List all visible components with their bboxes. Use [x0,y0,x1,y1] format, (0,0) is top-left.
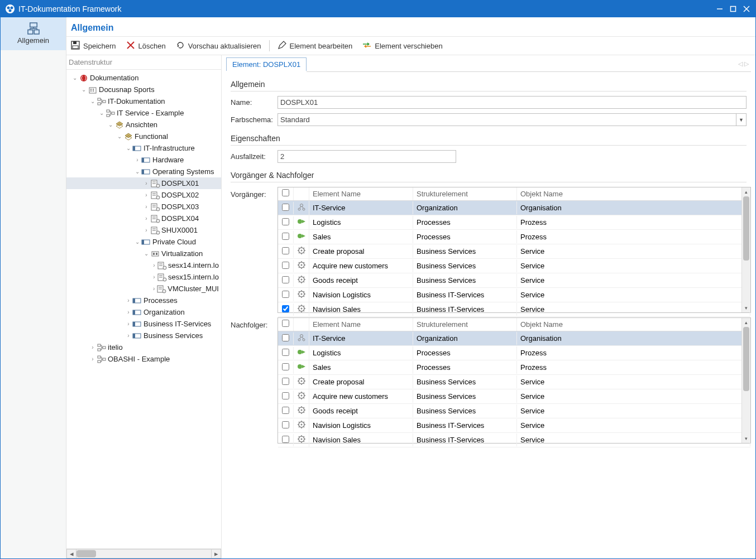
tab-nav-arrows[interactable]: ◁ ▷ [736,56,751,72]
scroll-right-button[interactable]: ▸ [211,549,221,558]
collapse-icon[interactable]: ⌄ [133,239,141,245]
scroll-thumb[interactable] [76,550,96,557]
row-checkbox[interactable] [278,202,294,214]
row-checkbox[interactable] [278,434,294,446]
expand-icon[interactable]: › [125,297,132,303]
row-checkbox[interactable] [278,274,294,287]
table-row[interactable]: Navision SalesBusiness IT-ServicesServic… [278,302,750,317]
table-row[interactable]: Create proposalBusiness ServicesService [278,244,750,259]
tree-node[interactable]: ›VMCluster_MUI [66,283,221,295]
expand-icon[interactable]: › [142,192,150,198]
header-strukturelement[interactable]: Strukturelement [413,187,517,200]
colorscheme-select[interactable]: Standard ▼ [277,113,747,126]
tree-node[interactable]: ›Processes [66,295,221,306]
header-checkbox[interactable] [278,187,294,200]
expand-icon[interactable]: › [89,344,97,350]
header-element-name[interactable]: Element Name [309,318,413,331]
tree-node[interactable]: ⌄Dokumentation [66,72,221,84]
table-row[interactable]: Goods receiptBusiness ServicesService [278,404,750,418]
row-checkbox[interactable] [278,260,294,272]
collapse-icon[interactable]: ⌄ [71,75,79,81]
maximize-button[interactable] [726,3,740,15]
refresh-preview-button[interactable]: Vorschau aktualisieren [176,41,261,51]
table-row[interactable]: LogisticsProcessesProzess [278,346,750,360]
header-objekt-name[interactable]: Objekt Name [517,187,750,200]
grid-vscrollbar[interactable]: ▴▾ [741,318,750,443]
row-checkbox[interactable] [278,347,294,359]
expand-icon[interactable]: › [133,157,141,163]
delete-button[interactable]: Löschen [126,41,166,51]
row-checkbox[interactable] [278,405,294,417]
row-checkbox[interactable] [278,216,294,229]
tree-node[interactable]: ›DOSPLX01 [66,177,221,189]
table-row[interactable]: Navision LogisticsBusiness IT-ServicesSe… [278,418,750,433]
header-objekt-name[interactable]: Objekt Name [517,318,750,331]
name-input[interactable] [277,96,747,109]
tree-node[interactable]: ⌄Operating Systems [66,166,221,177]
tree-node[interactable]: ⌄Private Cloud [66,236,221,248]
table-row[interactable]: Acquire new customersBusiness ServicesSe… [278,259,750,273]
table-row[interactable]: SalesProcessesProzess [278,360,750,375]
expand-icon[interactable]: › [89,356,97,362]
row-checkbox[interactable] [278,332,294,345]
tree[interactable]: ⌄Dokumentation⌄Docusnap Sports⌄IT-Dokume… [66,70,221,548]
expand-icon[interactable]: › [125,309,132,315]
table-row[interactable]: IT-ServiceOrganizationOrganisation [278,201,750,215]
table-row[interactable]: Navision SalesBusiness IT-ServicesServic… [278,433,750,447]
tree-node[interactable]: ›DOSPLX04 [66,213,221,224]
table-row[interactable]: SalesProcessesProzess [278,230,750,244]
expand-icon[interactable]: › [125,332,132,339]
tree-node[interactable]: ›itelio [66,341,221,353]
tree-node[interactable]: ⌄Ansichten [66,119,221,131]
tree-node[interactable]: ›sesx14.intern.lo [66,259,221,271]
tree-node[interactable]: ›Business IT-Services [66,318,221,330]
move-element-button[interactable]: Element verschieben [362,41,442,51]
tree-node[interactable]: ⌄Docusnap Sports [66,84,221,95]
row-checkbox[interactable] [278,245,294,258]
tree-node[interactable]: ›sesx15.intern.lo [66,271,221,283]
scroll-track[interactable] [76,549,211,558]
table-row[interactable]: LogisticsProcessesProzess [278,215,750,230]
collapse-icon[interactable]: ⌄ [133,168,141,175]
collapse-icon[interactable]: ⌄ [142,250,150,257]
table-row[interactable]: Navision LogisticsBusiness IT-ServicesSe… [278,288,750,302]
tree-node[interactable]: ⌄IT-Infrastructure [66,142,221,154]
row-checkbox[interactable] [278,376,294,388]
row-checkbox[interactable] [278,303,294,316]
table-row[interactable]: Create proposalBusiness ServicesService [278,375,750,389]
expand-icon[interactable]: › [142,227,150,233]
tree-node[interactable]: ›Organization [66,306,221,318]
tree-node[interactable]: ›DOSPLX03 [66,201,221,213]
expand-icon[interactable]: › [142,180,150,186]
expand-icon[interactable]: › [151,274,157,280]
tree-node[interactable]: ⌄IT-Dokumentation [66,95,221,107]
row-checkbox[interactable] [278,420,294,432]
expand-icon[interactable]: › [142,215,150,221]
header-strukturelement[interactable]: Strukturelement [413,318,517,331]
expand-icon[interactable]: › [151,262,157,268]
row-checkbox[interactable] [278,391,294,403]
row-checkbox[interactable] [278,289,294,301]
expand-icon[interactable]: › [142,204,150,210]
tree-node[interactable]: ⌄Functional [66,131,221,142]
expand-icon[interactable]: › [125,321,132,327]
save-button[interactable]: Speichern [71,41,116,51]
tree-node[interactable]: ⌄IT Service - Example [66,107,221,119]
tree-node[interactable]: ›SHUX0001 [66,224,221,236]
collapse-icon[interactable]: ⌄ [107,122,114,128]
tree-node[interactable]: ›DOSPLX02 [66,189,221,201]
tree-node[interactable]: ›Hardware [66,154,221,166]
nav-tab-allgemein[interactable]: Allgemein [1,17,66,50]
row-checkbox[interactable] [278,362,294,374]
expand-icon[interactable]: › [151,286,156,292]
grid-vscrollbar[interactable]: ▴▾ [741,187,750,312]
minimize-button[interactable] [713,3,726,15]
collapse-icon[interactable]: ⌄ [98,110,106,116]
row-checkbox[interactable] [278,231,294,243]
table-row[interactable]: IT-ServiceOrganizationOrganisation [278,331,750,346]
table-row[interactable]: Acquire new customersBusiness ServicesSe… [278,389,750,404]
tree-node[interactable]: ›Business Services [66,330,221,341]
ausfallzeit-input[interactable] [277,150,456,163]
tree-hscrollbar[interactable]: ◂ ▸ [66,548,221,558]
edit-element-button[interactable]: Element bearbeiten [277,41,353,51]
